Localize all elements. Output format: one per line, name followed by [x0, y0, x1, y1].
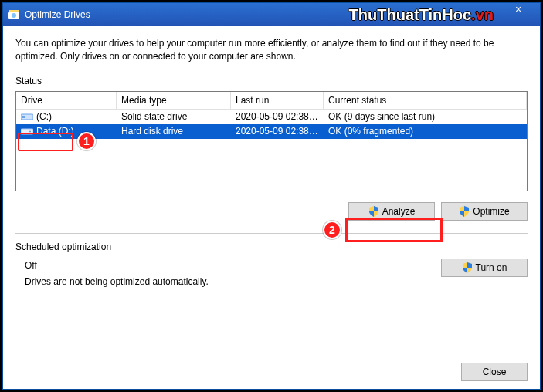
cell-status: OK (0% fragmented)	[324, 125, 527, 137]
hdd-icon	[21, 127, 33, 136]
action-buttons: Analyze Optimize	[15, 202, 528, 221]
svg-rect-4	[22, 116, 25, 118]
ssd-icon	[21, 112, 33, 121]
col-drive[interactable]: Drive	[16, 92, 117, 110]
optimize-button[interactable]: Optimize	[441, 202, 528, 221]
uac-shield-icon	[459, 206, 470, 217]
annotation-callout-1: 1	[77, 132, 96, 150]
cell-last: 2020-05-09 02:38 C...	[231, 125, 324, 137]
analyze-button[interactable]: Analyze	[348, 202, 435, 221]
turn-on-button[interactable]: Turn on	[441, 259, 528, 277]
uac-shield-icon	[368, 206, 379, 217]
col-last[interactable]: Last run	[231, 92, 324, 110]
window-title: Optimize Drives	[25, 9, 90, 20]
svg-point-1	[12, 13, 16, 18]
drive-name: (C:)	[36, 111, 52, 122]
annotation-callout-2: 2	[323, 221, 341, 239]
cell-status: OK (9 days since last run)	[324, 110, 527, 123]
sched-desc: Drives are not being optimized automatic…	[25, 275, 427, 289]
uac-shield-icon	[462, 262, 473, 273]
cell-media: Solid state drive	[117, 110, 231, 123]
list-header: Drive Media type Last run Current status	[16, 92, 527, 110]
intro-text: You can optimize your drives to help you…	[15, 37, 528, 63]
defrag-app-icon	[8, 8, 20, 21]
svg-rect-5	[21, 129, 33, 134]
sched-state: Off	[25, 259, 427, 273]
close-button[interactable]: Close	[461, 363, 528, 381]
drive-name: Data (D:)	[36, 126, 74, 137]
table-row[interactable]: (C:) Solid state drive 2020-05-09 02:38 …	[16, 110, 527, 124]
cell-media: Hard disk drive	[117, 125, 231, 137]
col-status[interactable]: Current status	[324, 92, 527, 110]
col-media[interactable]: Media type	[117, 92, 231, 110]
status-label: Status	[15, 76, 528, 86]
svg-point-6	[29, 131, 31, 133]
cell-last: 2020-05-09 02:38 C...	[231, 110, 324, 123]
divider	[15, 233, 528, 234]
footer: Close	[461, 363, 528, 381]
svg-rect-2	[9, 10, 19, 12]
watermark: ThuThuatTinHoc.vn	[349, 6, 494, 24]
sched-label: Scheduled optimization	[15, 242, 528, 252]
close-window-button[interactable]: ×	[501, 3, 535, 26]
